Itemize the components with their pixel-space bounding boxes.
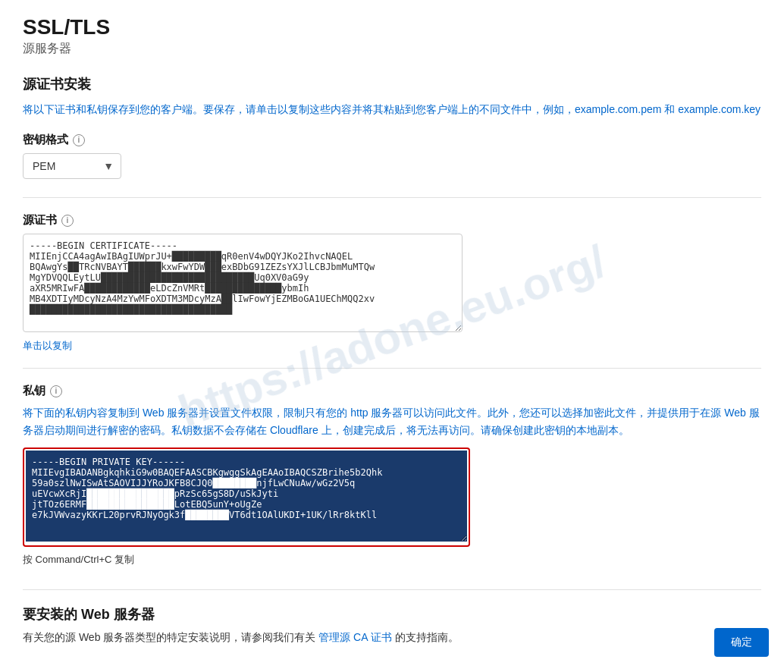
- key-format-select[interactable]: PEM DER: [23, 153, 121, 179]
- cert-copy-hint[interactable]: 单击以复制: [23, 339, 761, 353]
- page-subtitle: 源服务器: [23, 41, 761, 57]
- page-title: SSL/TLS: [23, 15, 761, 39]
- private-key-description: 将下面的私钥内容复制到 Web 服务器并设置文件权限，限制只有您的 http 服…: [23, 404, 761, 438]
- source-cert-textarea[interactable]: -----BEGIN CERTIFICATE----- MIIEnjCCA4ag…: [23, 234, 463, 332]
- divider-3: [23, 589, 761, 590]
- private-key-section: 私钥 i 将下面的私钥内容复制到 Web 服务器并设置文件权限，限制只有您的 h…: [23, 384, 761, 567]
- key-format-label: 密钥格式 i: [23, 133, 761, 147]
- source-cert-info-icon[interactable]: i: [61, 215, 74, 227]
- private-key-label: 私钥 i: [23, 384, 761, 398]
- divider-1: [23, 197, 761, 198]
- key-format-info-icon[interactable]: i: [73, 134, 85, 146]
- private-key-box: -----BEGIN PRIVATE KEY------ MIIEvgIBADA…: [23, 447, 470, 547]
- confirm-button[interactable]: 确定: [714, 628, 769, 657]
- source-cert-section: 源证书 i -----BEGIN CERTIFICATE----- MIIEnj…: [23, 213, 761, 353]
- source-cert-label: 源证书 i: [23, 213, 761, 228]
- private-key-textarea[interactable]: -----BEGIN PRIVATE KEY------ MIIEvgIBADA…: [26, 451, 467, 542]
- web-server-title: 要安装的 Web 服务器: [23, 605, 761, 623]
- copy-shortcut-hint: 按 Command/Ctrl+C 复制: [23, 553, 761, 567]
- cert-install-title: 源证书安装: [23, 75, 761, 93]
- key-format-select-wrapper: PEM DER ▼: [23, 153, 121, 179]
- cert-install-description: 将以下证书和私钥保存到您的客户端。要保存，请单击以复制这些内容并将其粘贴到您客户…: [23, 101, 761, 118]
- private-key-info-icon[interactable]: i: [50, 385, 62, 397]
- divider-2: [23, 368, 761, 369]
- manage-ca-cert-link[interactable]: 管理源 CA 证书: [318, 631, 391, 643]
- web-server-section: 要安装的 Web 服务器 有关您的源 Web 服务器类型的特定安装说明，请参阅我…: [23, 605, 761, 645]
- web-server-description: 有关您的源 Web 服务器类型的特定安装说明，请参阅我们有关 管理源 CA 证书…: [23, 631, 761, 645]
